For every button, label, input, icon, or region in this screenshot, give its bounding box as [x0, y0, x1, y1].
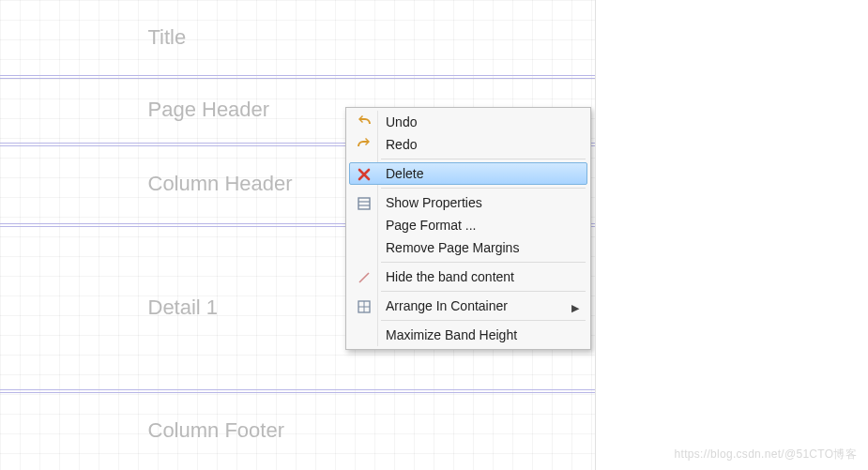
menu-item-show-properties[interactable]: Show Properties	[349, 191, 587, 214]
menu-label: Maximize Band Height	[386, 327, 517, 342]
undo-icon	[356, 114, 373, 131]
menu-item-delete[interactable]: Delete	[349, 162, 587, 185]
menu-item-maximize-band-height[interactable]: Maximize Band Height	[349, 324, 587, 346]
menu-item-hide-band-content[interactable]: Hide the band content	[349, 265, 587, 288]
band-separator[interactable]	[0, 389, 596, 390]
menu-label: Remove Page Margins	[386, 240, 519, 255]
menu-item-page-format[interactable]: Page Format ...	[349, 214, 587, 236]
band-title[interactable]: Title	[0, 0, 596, 75]
menu-label: Redo	[386, 137, 417, 152]
band-label-detail: Detail 1	[148, 296, 219, 320]
menu-separator	[381, 291, 586, 292]
band-label-title: Title	[148, 25, 187, 50]
properties-icon	[356, 195, 373, 212]
submenu-arrow-icon: ▶	[571, 302, 579, 314]
design-grid[interactable]: Title Page Header Column Header Detail 1…	[0, 0, 596, 470]
report-designer-canvas[interactable]: Title Page Header Column Header Detail 1…	[0, 0, 596, 470]
menu-label: Show Properties	[386, 195, 482, 210]
delete-icon	[356, 166, 373, 183]
menu-label: Delete	[386, 166, 423, 181]
context-menu: Undo Redo Delete Show Proper	[345, 107, 591, 350]
watermark-text: https://blog.csdn.net/@51CTO博客	[675, 447, 857, 462]
side-panel: https://blog.csdn.net/@51CTO博客	[596, 0, 868, 470]
svg-line-3	[359, 273, 369, 282]
band-label-column-footer: Column Footer	[148, 418, 285, 443]
hide-icon	[356, 269, 373, 286]
menu-item-arrange-in-container[interactable]: Arrange In Container ▶	[349, 295, 587, 317]
band-label-page-header: Page Header	[148, 98, 270, 122]
menu-label: Undo	[386, 114, 417, 129]
band-column-footer[interactable]: Column Footer	[0, 391, 596, 470]
menu-item-undo[interactable]: Undo	[349, 111, 587, 133]
menu-label: Hide the band content	[386, 269, 514, 284]
band-separator[interactable]	[0, 75, 596, 76]
menu-separator	[381, 159, 586, 159]
grid-icon	[356, 298, 373, 315]
menu-label: Arrange In Container	[386, 298, 508, 313]
menu-separator	[381, 188, 586, 189]
menu-separator	[381, 320, 586, 321]
menu-label: Page Format ...	[386, 218, 476, 233]
redo-icon	[356, 137, 373, 154]
svg-rect-0	[358, 198, 370, 209]
menu-separator	[381, 262, 586, 263]
menu-item-remove-page-margins[interactable]: Remove Page Margins	[349, 236, 587, 259]
menu-item-redo[interactable]: Redo	[349, 133, 587, 156]
band-label-column-header: Column Header	[148, 172, 293, 196]
